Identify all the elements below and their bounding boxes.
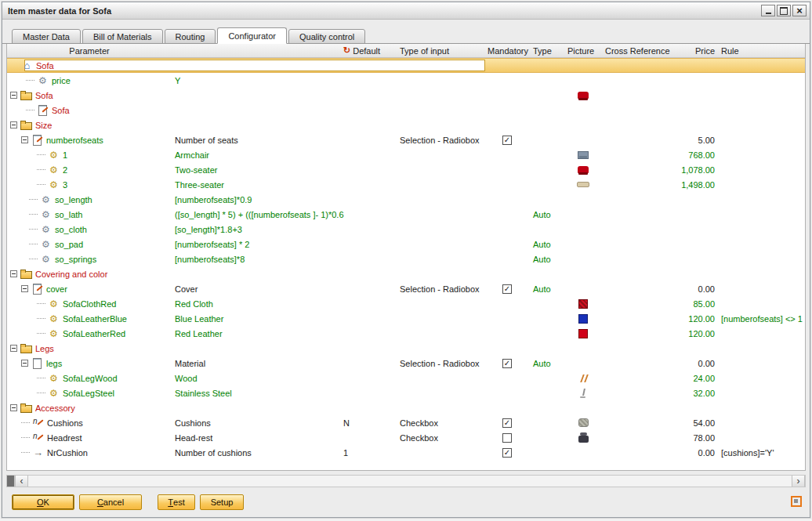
table-row[interactable]: HeadrestHead-restCheckbox78.00 — [7, 430, 805, 445]
table-row[interactable]: Size — [7, 118, 805, 132]
table-row[interactable]: so_pad[numberofseats] * 2Auto — [7, 237, 805, 251]
param-cell: 3 — [7, 177, 172, 192]
gear-gray-icon — [40, 224, 52, 234]
cross-reference-cell — [602, 132, 669, 147]
expand-toggle[interactable] — [10, 404, 17, 411]
table-row[interactable]: SofaLeatherRedRed Leather120.00 — [7, 326, 805, 341]
mandatory-cell — [484, 266, 530, 281]
table-row[interactable]: so_length[numberofseats]*0.9 — [7, 192, 805, 207]
picture-cell — [564, 341, 602, 356]
mandatory-checkbox[interactable] — [502, 448, 512, 458]
close-icon[interactable] — [792, 5, 807, 16]
cross-reference-cell — [602, 385, 669, 400]
title-bar[interactable]: Item master data for Sofa — [2, 2, 810, 20]
maximize-icon[interactable] — [777, 5, 791, 16]
cushion-dark-picture — [578, 436, 589, 443]
table-row[interactable]: so_lath([so_length] * 5) + (([numberofse… — [7, 207, 805, 222]
default-cell — [340, 118, 397, 132]
description-text: Y — [175, 76, 180, 85]
default-cell — [340, 207, 397, 222]
mandatory-checkbox[interactable] — [502, 136, 512, 145]
param-name: cover — [46, 284, 67, 294]
tex-red-picture — [578, 299, 588, 309]
description-text: Two-seater — [175, 165, 217, 175]
tab-master-data[interactable]: Master Data — [12, 29, 81, 44]
tab-quality-control[interactable]: Quality control — [288, 29, 365, 44]
table-row[interactable]: legsMaterialSelection - RadioboxAuto0.00 — [7, 356, 805, 371]
table-row[interactable]: NrCushionNumber of cushions10.00[cushion… — [7, 445, 805, 460]
picture-cell — [564, 207, 602, 222]
expand-toggle[interactable] — [10, 345, 17, 352]
mandatory-checkbox[interactable] — [502, 284, 512, 294]
table-row[interactable]: SofaClothRedRed Cloth85.00 — [7, 296, 805, 311]
table-row[interactable]: CushionsCushionsNCheckbox54.00 — [7, 415, 805, 430]
table-row[interactable]: 2Two-seater1,078.00 — [7, 162, 805, 177]
expand-toggle[interactable] — [21, 360, 28, 367]
expand-form-icon[interactable] — [791, 496, 802, 507]
test-button[interactable]: Test — [158, 494, 195, 510]
mandatory-checkbox[interactable] — [502, 418, 512, 428]
price-cell: 0.00 — [669, 281, 718, 296]
price-cell — [669, 103, 718, 118]
expand-toggle[interactable] — [10, 270, 17, 277]
rule-cell — [718, 59, 801, 72]
tab-routing[interactable]: Routing — [165, 29, 216, 44]
price-value: 24.00 — [693, 374, 715, 383]
expand-toggle[interactable] — [21, 136, 28, 143]
description-cell: Number of cushions — [172, 445, 340, 460]
description-text: ([so_length] * 5) + (([numberofseats ]- … — [175, 210, 344, 219]
expand-toggle[interactable] — [21, 285, 28, 292]
type-cell — [530, 132, 564, 147]
expand-toggle[interactable] — [10, 121, 17, 128]
table-row[interactable]: SofaLeatherBlueBlue Leather120.00[number… — [7, 311, 805, 326]
table-row[interactable]: Sofa — [7, 58, 805, 73]
tree-connector — [37, 303, 45, 304]
scrollbar-thumb[interactable] — [7, 476, 15, 487]
mandatory-checkbox[interactable] — [502, 433, 512, 443]
expand-toggle[interactable] — [10, 92, 17, 99]
table-row[interactable]: SofaLegWoodWood24.00 — [7, 371, 805, 385]
picture-cell — [564, 132, 602, 147]
scrollbar-track[interactable] — [28, 476, 792, 487]
tree-connector — [37, 154, 45, 155]
type-of-input-cell: Selection - Radiobox — [397, 132, 484, 147]
tree-connector — [37, 318, 45, 319]
description-text: Armchair — [175, 150, 209, 160]
table-row[interactable]: SofaLegSteelStainless Steel32.00 — [7, 385, 805, 400]
sofa-beige-picture — [577, 182, 589, 187]
cancel-button[interactable]: Cancel — [79, 494, 142, 510]
table-row[interactable]: Legs — [7, 341, 805, 356]
tab-bill-of-materials[interactable]: Bill of Materials — [82, 29, 163, 44]
table-row[interactable]: Accessory — [7, 400, 805, 415]
setup-button[interactable]: Setup — [200, 494, 244, 510]
chevron-right-icon: › — [797, 476, 800, 487]
param-cell: SofaLeatherBlue — [7, 311, 172, 326]
default-cell — [340, 237, 397, 251]
table-row[interactable]: 3Three-seater1,498.00 — [7, 177, 805, 192]
price-cell: 78.00 — [669, 430, 718, 445]
minimize-icon[interactable] — [761, 5, 775, 16]
horizontal-scrollbar[interactable]: ‹ › — [6, 475, 806, 487]
default-value: 1 — [343, 448, 348, 458]
cross-reference-cell — [602, 266, 669, 281]
column-header-cross-reference: Cross Reference — [602, 44, 669, 57]
table-row[interactable]: so_springs[numberofseats]*8Auto — [7, 251, 805, 266]
description-text: Red Leather — [175, 329, 223, 338]
price-cell — [669, 237, 718, 251]
mandatory-checkbox[interactable] — [502, 359, 512, 368]
param-name: so_lath — [55, 210, 82, 219]
ok-button[interactable]: OK — [12, 494, 74, 510]
rule-cell — [718, 385, 801, 400]
table-row[interactable]: Covering and color — [7, 266, 805, 281]
table-row[interactable]: 1Armchair768.00 — [7, 147, 805, 162]
table-row[interactable]: Sofa — [7, 103, 805, 118]
scroll-left-button[interactable]: ‹ — [15, 476, 28, 487]
tab-configurator[interactable]: Configurator — [217, 27, 287, 44]
table-row[interactable]: Sofa — [7, 88, 805, 103]
column-header-label: Picture — [567, 46, 594, 56]
table-row[interactable]: numberofseatsNumber of seatsSelection - … — [7, 132, 805, 147]
table-row[interactable]: priceY — [7, 73, 805, 88]
table-row[interactable]: coverCoverSelection - RadioboxAuto0.00 — [7, 281, 805, 296]
table-row[interactable]: so_cloth[so_length]*1.8+3 — [7, 222, 805, 237]
scroll-right-button[interactable]: › — [792, 476, 805, 487]
